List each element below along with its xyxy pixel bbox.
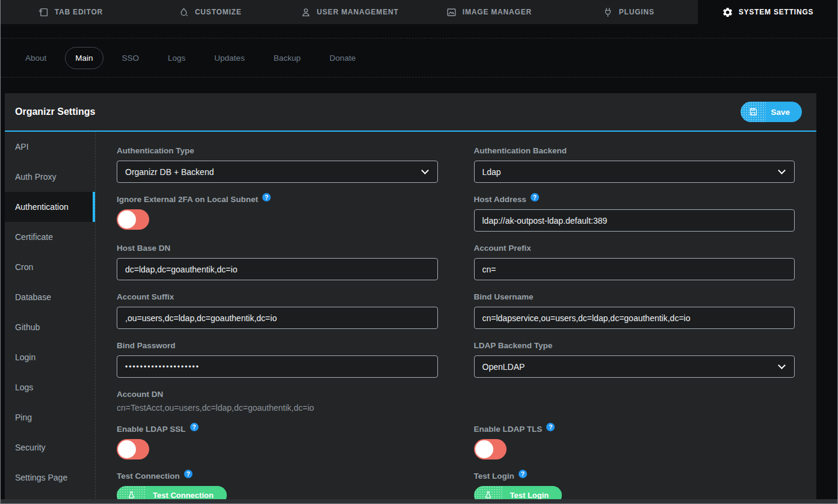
chevron-down-icon xyxy=(778,167,786,174)
help-icon[interactable]: ? xyxy=(546,423,555,431)
ldap-backend-type-select[interactable]: OpenLDAP xyxy=(474,355,795,378)
host-address-input[interactable] xyxy=(474,209,795,232)
field-label: Test Login xyxy=(474,472,514,481)
nav-tab-label: USER MANAGEMENT xyxy=(317,8,399,16)
nav-tab-label: PLUGINS xyxy=(619,8,655,16)
help-icon[interactable]: ? xyxy=(519,470,527,478)
field-enable-ldap-tls: Enable LDAP TLS ? xyxy=(474,425,795,459)
subnav-item-about[interactable]: About xyxy=(15,47,57,69)
field-ldap-backend-type: LDAP Backend Type OpenLDAP xyxy=(474,341,795,378)
nav-tab-system-settings[interactable]: SYSTEM SETTINGS xyxy=(698,0,837,24)
enable-ldap-tls-toggle[interactable] xyxy=(474,439,507,459)
field-label: Account Suffix xyxy=(117,292,174,301)
account-dn-value: cn=TestAcct,ou=users,dc=ldap,dc=goauthen… xyxy=(117,403,438,413)
authentication-form: Authentication Type Organizr DB + Backen… xyxy=(95,132,816,504)
field-label: Authentication Backend xyxy=(474,146,567,155)
field-label: Account Prefix xyxy=(474,244,531,253)
nav-tab-plugins[interactable]: PLUGINS xyxy=(558,0,698,24)
nav-tab-label: CUSTOMIZE xyxy=(195,8,242,16)
help-icon[interactable]: ? xyxy=(190,423,199,431)
field-label: Authentication Type xyxy=(117,146,194,155)
account-suffix-input[interactable] xyxy=(117,307,438,329)
field-label: Ignore External 2FA on Local Subnet xyxy=(117,195,258,204)
panel-header: Organizr Settings Save xyxy=(5,93,816,132)
nav-tab-tab-editor[interactable]: TAB EDITOR xyxy=(1,0,140,24)
field-label: LDAP Backend Type xyxy=(474,341,553,350)
authentication-type-select[interactable]: Organizr DB + Backend xyxy=(117,161,438,183)
subnav-item-updates[interactable]: Updates xyxy=(204,47,254,69)
sidebar-item-auth-proxy[interactable]: Auth Proxy xyxy=(5,162,95,192)
field-authentication-type: Authentication Type Organizr DB + Backen… xyxy=(117,146,438,183)
field-account-prefix: Account Prefix xyxy=(474,244,795,280)
settings-panel: Organizr Settings Save API Auth Proxy Au… xyxy=(5,93,816,504)
sidebar-item-api[interactable]: API xyxy=(5,132,95,162)
app-window: TAB EDITOR CUSTOMIZE USER MANAGEMENT IMA… xyxy=(0,0,838,504)
help-icon[interactable]: ? xyxy=(531,193,539,201)
bind-password-input[interactable] xyxy=(117,355,438,378)
select-value: OpenLDAP xyxy=(482,362,525,372)
sidebar-item-cron[interactable]: Cron xyxy=(5,252,95,282)
save-button[interactable]: Save xyxy=(741,102,802,122)
help-icon[interactable]: ? xyxy=(262,193,271,201)
field-host-base-dn: Host Base DN xyxy=(117,244,438,280)
gear-icon xyxy=(722,7,733,18)
test-login-button-label: Test Login xyxy=(510,491,549,500)
field-bind-password: Bind Password xyxy=(117,341,438,378)
user-icon xyxy=(300,7,312,18)
settings-sidebar: API Auth Proxy Authentication Certificat… xyxy=(5,132,95,504)
authentication-backend-select[interactable]: Ldap xyxy=(474,161,795,183)
account-prefix-input[interactable] xyxy=(474,258,795,280)
test-connection-button-label: Test Connection xyxy=(153,491,214,500)
nav-tab-user-management[interactable]: USER MANAGEMENT xyxy=(280,0,419,24)
field-label: Host Base DN xyxy=(117,244,170,253)
select-value: Ldap xyxy=(482,167,501,177)
bind-username-input[interactable] xyxy=(474,307,795,329)
field-label: Bind Password xyxy=(117,341,176,350)
sidebar-item-github[interactable]: Github xyxy=(5,312,95,342)
floppy-icon xyxy=(741,102,766,122)
nav-tab-customize[interactable]: CUSTOMIZE xyxy=(140,0,280,24)
sidebar-item-certificate[interactable]: Certificate xyxy=(5,222,95,252)
field-bind-username: Bind Username xyxy=(474,292,795,329)
customize-icon xyxy=(178,7,189,18)
sidebar-item-ping[interactable]: Ping xyxy=(5,402,95,432)
sidebar-item-database[interactable]: Database xyxy=(5,282,95,312)
save-button-label: Save xyxy=(771,108,790,117)
page-title: Organizr Settings xyxy=(15,106,95,117)
plug-icon xyxy=(602,7,614,18)
subnav-item-logs[interactable]: Logs xyxy=(158,47,196,69)
enable-ldap-ssl-toggle[interactable] xyxy=(117,439,149,459)
field-authentication-backend: Authentication Backend Ldap xyxy=(474,146,795,183)
field-label: Test Connection xyxy=(117,472,180,481)
field-label: Bind Username xyxy=(474,292,534,301)
help-icon[interactable]: ? xyxy=(184,470,193,478)
top-nav: TAB EDITOR CUSTOMIZE USER MANAGEMENT IMA… xyxy=(1,0,837,24)
field-label: Enable LDAP SSL xyxy=(117,425,186,434)
sidebar-item-settings-page[interactable]: Settings Page xyxy=(5,463,95,493)
sidebar-item-authentication[interactable]: Authentication xyxy=(5,192,95,222)
subnav-item-sso[interactable]: SSO xyxy=(112,47,150,69)
nav-tab-label: TAB EDITOR xyxy=(55,8,103,16)
nav-tab-image-manager[interactable]: IMAGE MANAGER xyxy=(419,0,558,24)
panel-body: API Auth Proxy Authentication Certificat… xyxy=(5,132,816,504)
toggle-knob xyxy=(118,211,136,229)
image-icon xyxy=(446,7,457,18)
page-bottom-strip xyxy=(1,499,837,503)
subnav-item-main[interactable]: Main xyxy=(65,47,103,69)
toggle-knob xyxy=(118,440,136,458)
sidebar-item-security[interactable]: Security xyxy=(5,432,95,463)
sidebar-item-logs[interactable]: Logs xyxy=(5,372,95,402)
toggle-knob xyxy=(475,440,493,458)
field-enable-ldap-ssl: Enable LDAP SSL ? xyxy=(117,425,438,459)
field-host-address: Host Address ? xyxy=(474,195,795,232)
field-account-dn: Account DN cn=TestAcct,ou=users,dc=ldap,… xyxy=(117,390,438,413)
subnav-item-backup[interactable]: Backup xyxy=(263,47,311,69)
nav-tab-label: IMAGE MANAGER xyxy=(463,8,532,16)
field-account-suffix: Account Suffix xyxy=(117,292,438,329)
ignore-2fa-toggle[interactable] xyxy=(117,209,149,230)
sidebar-item-login[interactable]: Login xyxy=(5,342,95,372)
host-base-dn-input[interactable] xyxy=(117,258,438,280)
subnav-item-donate[interactable]: Donate xyxy=(319,47,366,69)
chevron-down-icon xyxy=(421,167,429,174)
nav-tab-label: SYSTEM SETTINGS xyxy=(739,8,814,16)
